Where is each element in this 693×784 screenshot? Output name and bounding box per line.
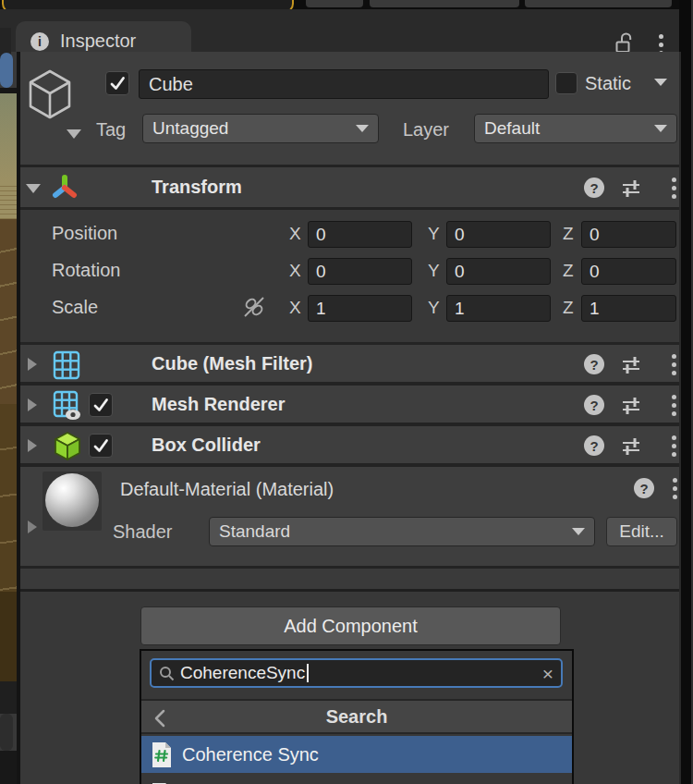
tab-title: Inspector — [60, 31, 136, 52]
help-icon[interactable]: ? — [584, 178, 604, 198]
scene-strip-blue-item — [0, 53, 13, 88]
transform-header[interactable]: Transform ? — [20, 167, 679, 210]
search-result-selected[interactable]: Coherence Sync — [141, 736, 572, 773]
axis-x-label: X — [289, 261, 301, 281]
component-menu-kebab-icon[interactable] — [671, 395, 676, 416]
value: 1 — [590, 299, 600, 319]
mesh-filter-header[interactable]: Cube (Mesh Filter) ? — [20, 345, 679, 386]
axis-y-label: Y — [428, 298, 440, 318]
toolbar-button[interactable] — [525, 0, 672, 7]
inspector-footer-band — [20, 569, 679, 592]
panel-right-border-line — [679, 52, 681, 784]
rotation-label: Rotation — [52, 260, 121, 281]
transform-body: Position X 0 Y 0 Z 0 Rotation X 0 Y 0 Z … — [20, 210, 679, 345]
axis-x-label: X — [289, 298, 301, 318]
edit-shader-button[interactable]: Edit... — [606, 517, 677, 546]
foldout-open-icon[interactable] — [26, 184, 41, 193]
material-title: Default-Material (Material) — [120, 479, 334, 500]
static-dropdown-icon[interactable] — [654, 79, 667, 86]
value: 0 — [590, 225, 600, 245]
foldout-closed-icon[interactable] — [28, 358, 37, 371]
unlink-constraint-icon[interactable] — [242, 295, 266, 319]
scene-strip-terrain — [0, 182, 17, 219]
help-icon[interactable]: ? — [584, 354, 604, 374]
info-icon: i — [30, 32, 49, 51]
scale-z-field[interactable]: 1 — [581, 295, 676, 322]
chevron-down-icon — [654, 125, 667, 132]
back-chevron-icon[interactable] — [152, 708, 169, 729]
presets-icon[interactable] — [621, 354, 641, 374]
add-component-button[interactable]: Add Component — [140, 606, 561, 645]
presets-icon[interactable] — [621, 435, 641, 456]
mesh-filter-title: Cube (Mesh Filter) — [152, 353, 312, 374]
mesh-renderer-title: Mesh Renderer — [152, 394, 286, 415]
transform-icon — [50, 174, 79, 202]
clear-search-icon[interactable]: × — [542, 664, 553, 683]
box-collider-header[interactable]: Box Collider ? — [20, 426, 679, 467]
presets-icon[interactable] — [621, 178, 641, 198]
help-icon[interactable]: ? — [634, 478, 654, 498]
search-result-partial[interactable]: Coherence Sync Config Registry — [141, 777, 572, 784]
result-label: Coherence Sync — [182, 744, 319, 766]
position-y-field[interactable]: 0 — [446, 221, 551, 248]
search-header-title: Search — [326, 706, 388, 728]
foldout-closed-icon[interactable] — [28, 439, 37, 452]
value: 1 — [455, 299, 465, 319]
static-checkbox[interactable] — [555, 72, 578, 94]
axis-x-label: X — [289, 224, 301, 244]
component-menu-kebab-icon[interactable] — [671, 354, 676, 375]
value: 0 — [455, 262, 465, 282]
enabled-checkbox[interactable] — [89, 434, 113, 458]
component-menu-kebab-icon[interactable] — [671, 435, 676, 457]
scene-strip-terrain — [0, 592, 17, 681]
enabled-checkbox[interactable] — [89, 393, 113, 417]
component-menu-kebab-icon[interactable] — [671, 178, 676, 199]
scene-strip-terrain — [0, 219, 17, 404]
material-menu-kebab-icon[interactable] — [672, 478, 677, 499]
active-checkbox[interactable] — [105, 71, 129, 95]
shader-dropdown[interactable]: Standard — [209, 517, 595, 546]
transform-title: Transform — [152, 177, 242, 198]
foldout-closed-icon[interactable] — [28, 398, 37, 411]
tag-value: Untagged — [152, 118, 228, 139]
mesh-filter-icon — [53, 350, 80, 380]
rotation-x-field[interactable]: 0 — [308, 258, 412, 285]
rotation-z-field[interactable]: 0 — [581, 258, 676, 285]
gameobject-icon-dropdown-icon[interactable] — [67, 129, 81, 139]
toolbar-button[interactable] — [306, 0, 363, 7]
scene-strip-panel — [0, 714, 13, 751]
mesh-renderer-icon — [53, 390, 84, 422]
value: 1 — [316, 299, 326, 319]
value: 0 — [316, 262, 326, 282]
name-value: Cube — [149, 74, 193, 95]
foldout-closed-icon[interactable] — [28, 521, 37, 533]
scale-y-field[interactable]: 1 — [446, 295, 551, 322]
toolbar-button[interactable] — [370, 0, 519, 7]
value: 0 — [590, 262, 600, 282]
tag-dropdown[interactable]: Untagged — [142, 114, 379, 143]
value: 0 — [316, 225, 326, 245]
mesh-renderer-header[interactable]: Mesh Renderer ? — [20, 386, 679, 426]
layer-dropdown[interactable]: Default — [474, 114, 677, 143]
help-icon[interactable]: ? — [584, 435, 604, 456]
name-field[interactable]: Cube — [139, 69, 549, 99]
add-component-label: Add Component — [284, 616, 418, 637]
rotation-y-field[interactable]: 0 — [446, 258, 551, 285]
axis-z-label: Z — [563, 224, 574, 244]
tag-label: Tag — [96, 119, 126, 141]
material-section: Default-Material (Material) ? Shader Sta… — [20, 467, 679, 569]
top-toolbar — [0, 0, 693, 9]
box-collider-icon — [54, 431, 81, 462]
material-preview-sphere — [45, 473, 99, 527]
presets-icon[interactable] — [621, 395, 641, 415]
search-value: CoherenceSync — [180, 663, 305, 683]
component-search-input[interactable]: CoherenceSync × — [150, 658, 563, 688]
csharp-script-icon — [151, 741, 173, 768]
help-icon[interactable]: ? — [584, 395, 604, 415]
shader-value: Standard — [219, 521, 290, 542]
scale-x-field[interactable]: 1 — [308, 295, 412, 322]
scene-strip-terrain — [0, 404, 17, 592]
scale-label: Scale — [52, 297, 98, 318]
position-z-field[interactable]: 0 — [581, 221, 676, 248]
position-x-field[interactable]: 0 — [308, 221, 412, 248]
